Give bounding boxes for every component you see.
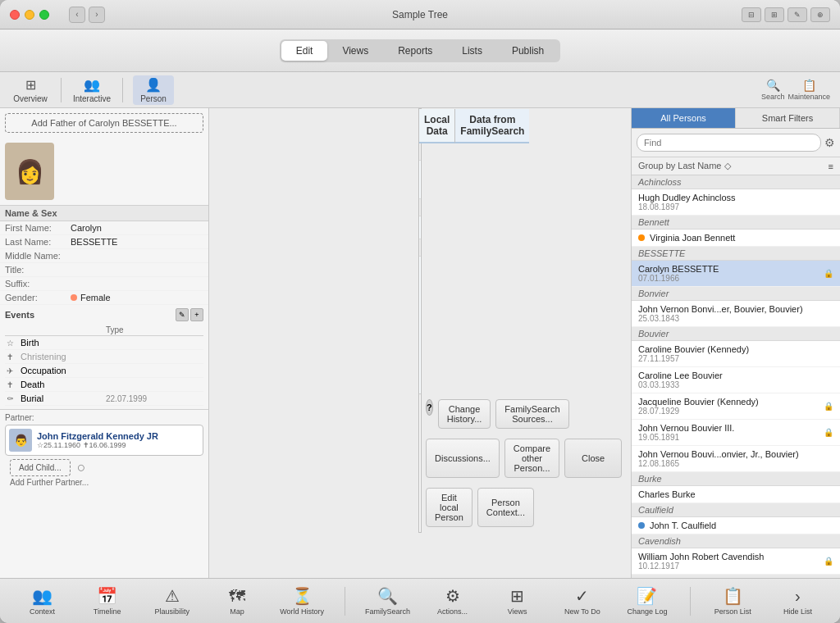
modal-content: Names Names Carolyn BESSETTE ⇒ ⇐ <box>419 143 421 393</box>
maintenance-icon: 📋 <box>802 79 816 92</box>
bottom-btn-person-list[interactable]: 📋 Person List <box>710 586 756 616</box>
person-date: 28.07.1929 <box>638 407 759 416</box>
person-dot-blue <box>638 522 645 529</box>
actions-icon: ⚙ <box>445 586 460 606</box>
subtool-interactive[interactable]: 👥 Interactive <box>71 77 112 103</box>
bottom-btn-hide-list[interactable]: › Hide List <box>775 587 820 616</box>
subtool-maintenance[interactable]: 📋 Maintenance <box>788 79 830 101</box>
bottom-btn-world-history[interactable]: ⏳ World History <box>280 586 325 616</box>
person-jacqueline-bouvier-kennedy[interactable]: Jacqueline Bouvier (Kennedy) 28.07.1929 … <box>632 393 840 420</box>
person-date: 27.11.1957 <box>638 354 749 363</box>
person-context-button[interactable]: Person Context... <box>477 488 534 527</box>
add-child-button[interactable]: Add Child... <box>10 459 71 476</box>
forward-button[interactable]: › <box>89 7 105 23</box>
lastname-label: Last Name: <box>5 237 71 247</box>
change-history-button[interactable]: Change History... <box>438 399 491 429</box>
group-by-label[interactable]: Group by Last Name ◇ <box>638 161 731 171</box>
tab-smart-filters[interactable]: Smart Filters <box>736 108 840 128</box>
tab-lists[interactable]: Lists <box>447 41 497 61</box>
bottom-btn-timeline[interactable]: 📅 Timeline <box>84 586 130 616</box>
familysearch-label: FamilySearch <box>365 607 410 616</box>
traffic-lights <box>10 10 49 20</box>
col-icon <box>5 325 104 334</box>
birth-icon: ☆ <box>7 339 18 348</box>
events-table: Type ☆ Birth ✝ Christening <box>5 325 203 406</box>
edit-local-button[interactable]: Edit local Person <box>426 488 472 527</box>
back-button[interactable]: ‹ <box>69 7 85 23</box>
field-title: Title: <box>0 263 208 277</box>
bottom-btn-new-todo[interactable]: ✓ New To Do <box>559 586 605 616</box>
maximize-button[interactable] <box>39 10 49 20</box>
bottom-btn-plausibility[interactable]: ⚠ Plausibility <box>149 586 194 616</box>
bottom-btn-familysearch[interactable]: 🔍 FamilySearch <box>365 586 410 616</box>
person-caroline-bouvier-kennedy[interactable]: Caroline Bouvier (Kennedy) 27.11.1957 <box>632 341 840 367</box>
search-settings-icon[interactable]: ⚙ <box>824 136 835 149</box>
local-gender-header: Gender <box>419 199 421 216</box>
list-options-icon[interactable]: ≡ <box>829 161 833 171</box>
tab-reports[interactable]: Reports <box>383 41 447 61</box>
burial-label: Burial <box>21 393 43 403</box>
minimize-button[interactable] <box>25 10 34 20</box>
window-btn-3[interactable]: ✎ <box>788 7 807 22</box>
bottom-btn-map[interactable]: 🗺 Map <box>214 587 259 616</box>
subtool-person[interactable]: 👤 Person <box>133 75 174 105</box>
bottom-divider-2 <box>690 587 691 616</box>
burial-icon: ⚰ <box>7 394 18 403</box>
person-hugh-achincloss[interactable]: Hugh Dudley Achincloss 18.08.1897 <box>632 189 840 216</box>
window-btn-4[interactable]: ⊕ <box>810 7 830 22</box>
bottom-btn-change-log[interactable]: 📝 Change Log <box>624 586 669 616</box>
local-events-header: Events <box>419 239 421 257</box>
bottom-btn-context[interactable]: 👥 Context <box>20 586 65 616</box>
bottom-btn-views[interactable]: ⊞ Views <box>495 586 540 616</box>
tab-views[interactable]: Views <box>327 41 383 61</box>
person-lock-icon: 🔒 <box>824 269 833 278</box>
person-date: 07.01.1966 <box>638 274 719 283</box>
field-gender: Gender: Female <box>0 291 208 305</box>
subtool-overview[interactable]: ⊞ Overview <box>10 77 51 103</box>
gender-value: Female <box>80 293 111 302</box>
person-info: John Vernou Bouvier III. 19.05.1891 <box>638 423 734 442</box>
compare-person-button[interactable]: Compare other Person... <box>504 439 559 478</box>
help-button[interactable]: ? <box>426 399 433 416</box>
close-button[interactable] <box>10 10 20 20</box>
person-carolyn-bessette[interactable]: Carolyn BESSETTE 07.01.1966 🔒 <box>632 261 840 287</box>
person-dot-orange <box>638 234 645 241</box>
person-caroline-lee-bouvier[interactable]: Caroline Lee Bouvier 03.03.1933 <box>632 367 840 393</box>
person-john-bonvier[interactable]: John Vernon Bonvi...er, Bouvier, Bouvier… <box>632 301 840 327</box>
tab-publish[interactable]: Publish <box>497 41 559 61</box>
views-label: Views <box>508 607 527 616</box>
person-john-vernou-bouvier-jr[interactable]: John Vernou Bouvi...onvier, Jr., Bouvier… <box>632 446 840 472</box>
world-history-label: World History <box>280 607 324 616</box>
person-info: Jacqueline Bouvier (Kennedy) 28.07.1929 <box>638 397 759 416</box>
events-add-btn[interactable]: + <box>190 308 203 321</box>
window-btn-1[interactable]: ⊟ <box>742 7 761 22</box>
search-input[interactable] <box>637 134 821 152</box>
person-date: 19.05.1891 <box>638 433 734 442</box>
context-icon: 👥 <box>32 586 52 606</box>
tab-all-persons[interactable]: All Persons <box>632 108 736 128</box>
person-info: John Vernou Bouvi...onvier, Jr., Bouvier… <box>638 449 799 468</box>
bottom-btn-actions[interactable]: ⚙ Actions... <box>430 586 475 616</box>
search-area: ⚙ <box>632 129 840 157</box>
events-edit-btn[interactable]: ✎ <box>176 308 189 321</box>
firstname-value: Carolyn <box>71 223 102 233</box>
fs-sources-button[interactable]: FamilySearch Sources... <box>495 399 568 429</box>
add-father-button[interactable]: Add Father of Carolyn BESSETTE... <box>5 113 203 133</box>
subtool-search[interactable]: 🔍 Search <box>761 79 785 101</box>
person-card: 👩 <box>5 143 203 200</box>
person-list-icon: 📋 <box>723 586 743 606</box>
partner-card[interactable]: 👨 John Fitzgerald Kennedy JR ☆25.11.1960… <box>5 425 203 456</box>
person-william-cavendish[interactable]: William John Robert Cavendish 10.12.1917… <box>632 548 840 575</box>
close-button[interactable]: Close <box>564 439 622 478</box>
discussions-button[interactable]: Discussions... <box>426 439 500 478</box>
window-btn-2[interactable]: ⊞ <box>765 7 784 22</box>
person-virginia-bennett[interactable]: Virginia Joan Bennett <box>632 230 840 247</box>
add-partner-button[interactable]: Add Further Partner... <box>5 476 203 489</box>
person-john-vernou-bouvier-iii[interactable]: John Vernou Bouvier III. 19.05.1891 🔒 <box>632 420 840 446</box>
group-achincloss: Achincloss <box>632 175 840 189</box>
person-charles-burke[interactable]: Charles Burke <box>632 486 840 503</box>
tab-edit[interactable]: Edit <box>281 41 328 61</box>
person-john-caulfield[interactable]: John T. Caulfield <box>632 517 840 534</box>
suffix-label: Suffix: <box>5 279 71 289</box>
timeline-label: Timeline <box>94 607 121 616</box>
